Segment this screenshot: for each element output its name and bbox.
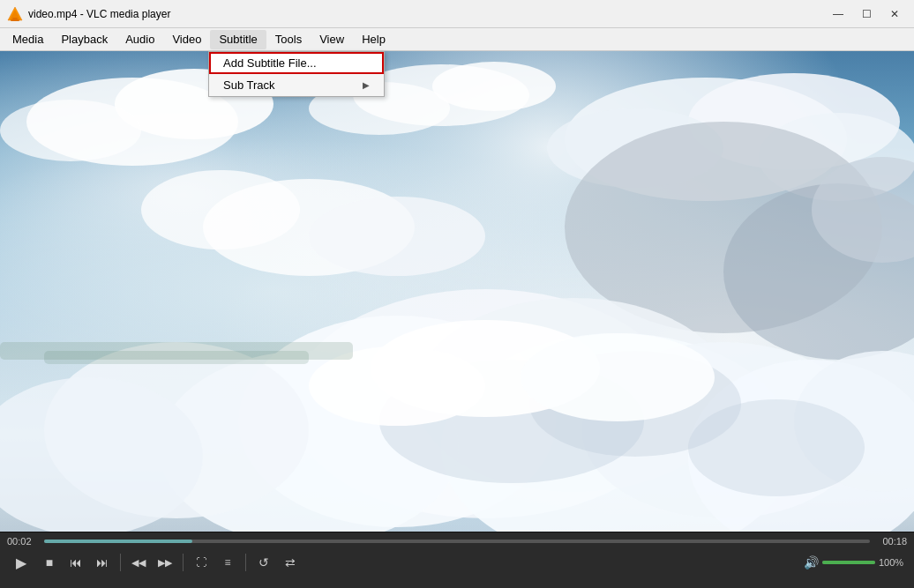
minimize-button[interactable]: — (826, 5, 850, 23)
volume-bar[interactable] (822, 561, 875, 564)
extended-button[interactable]: ≡ (215, 552, 240, 573)
menu-video[interactable]: Video (163, 30, 210, 49)
close-button[interactable]: ✕ (882, 5, 907, 23)
separator-1 (120, 554, 121, 571)
menu-audio[interactable]: Audio (116, 30, 163, 49)
volume-label: 100% (879, 557, 907, 568)
dropdown-add-subtitle[interactable]: Add Subtitle File... (209, 52, 384, 74)
faster-button[interactable]: ▶▶ (153, 552, 177, 573)
play-button[interactable]: ▶ (7, 550, 35, 575)
svg-point-34 (521, 333, 715, 421)
vlc-icon (7, 6, 23, 22)
seek-bar[interactable] (44, 540, 870, 543)
svg-rect-37 (44, 351, 309, 364)
next-button[interactable]: ⏭ (90, 552, 115, 573)
total-time: 00:18 (875, 536, 907, 547)
stop-button[interactable]: ■ (37, 552, 62, 573)
title-bar-controls: — ☐ ✕ (826, 5, 907, 23)
menu-help[interactable]: Help (353, 30, 394, 49)
separator-2 (183, 554, 184, 571)
title-bar-left: video.mp4 - VLC media player (7, 6, 170, 22)
sub-track-arrow: ▶ (363, 80, 370, 90)
svg-point-6 (0, 100, 141, 161)
subtitle-dropdown: Add Subtitle File... Sub Track ▶ (208, 51, 385, 97)
svg-point-9 (432, 62, 556, 111)
svg-point-18 (141, 170, 300, 249)
clouds-svg (0, 51, 914, 532)
menu-tools[interactable]: Tools (266, 30, 311, 49)
maximize-button[interactable]: ☐ (854, 5, 879, 23)
slower-button[interactable]: ◀◀ (126, 552, 151, 573)
menu-bar: Media Playback Audio Video Subtitle Tool… (0, 28, 914, 51)
video-area[interactable] (0, 51, 914, 532)
volume-controls: 🔊 100% (804, 555, 907, 569)
svg-point-19 (309, 197, 485, 276)
menu-subtitle[interactable]: Subtitle (210, 30, 266, 49)
title-bar: video.mp4 - VLC media player — ☐ ✕ (0, 0, 914, 28)
seek-row: 00:02 00:18 (7, 536, 907, 547)
controls-row: ▶ ■ ⏮ ⏭ ◀◀ ▶▶ ⛶ ≡ ↺ ⇄ 🔊 (7, 550, 907, 575)
random-button[interactable]: ⇄ (278, 552, 303, 573)
svg-point-32 (688, 399, 865, 496)
playback-controls: ▶ ■ ⏮ ⏭ ◀◀ ▶▶ ⛶ ≡ ↺ ⇄ (7, 550, 303, 575)
speaker-icon[interactable]: 🔊 (804, 555, 819, 569)
separator-3 (245, 554, 246, 571)
current-time: 00:02 (7, 536, 39, 547)
prev-button[interactable]: ⏮ (64, 552, 88, 573)
svg-rect-2 (12, 18, 18, 19)
menu-playback[interactable]: Playback (52, 30, 116, 49)
menu-view[interactable]: View (311, 30, 353, 49)
seek-progress (44, 540, 192, 543)
menu-media[interactable]: Media (4, 30, 52, 49)
window-title: video.mp4 - VLC media player (28, 8, 170, 20)
volume-progress (822, 561, 875, 564)
svg-rect-3 (11, 19, 19, 21)
loop-button[interactable]: ↺ (251, 552, 276, 573)
fullscreen-button[interactable]: ⛶ (189, 552, 214, 573)
dropdown-sub-track[interactable]: Sub Track ▶ (209, 74, 384, 96)
controls-bar: 00:02 00:18 ▶ ■ ⏮ ⏭ ◀◀ ▶▶ ⛶ ≡ ↺ (0, 532, 914, 588)
